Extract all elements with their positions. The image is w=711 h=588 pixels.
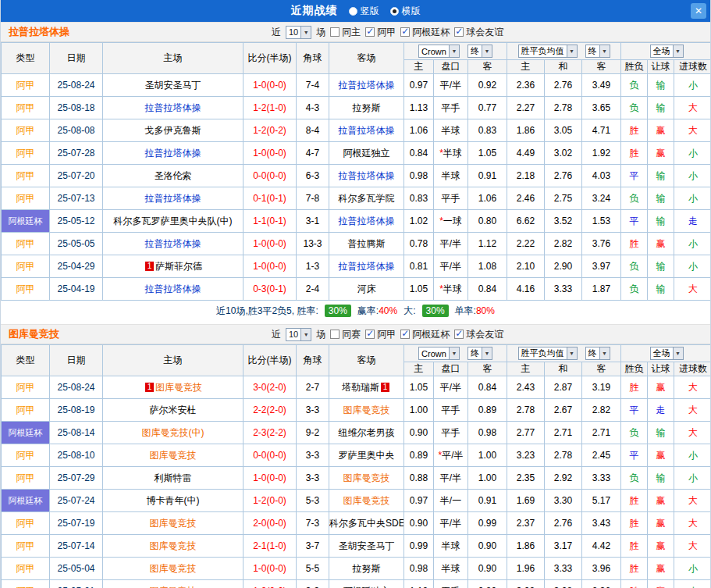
match-row: 阿甲25-05-05拉普拉塔体操1-0(0-0)13-3普拉腾斯0.78平/半1… [2, 233, 711, 255]
layout-radio-vertical[interactable]: 竖版 [349, 5, 379, 18]
score-cell: 2-2(2-0) [244, 399, 297, 422]
away-team-name: 拉普拉塔体操 [339, 216, 395, 226]
rank-badge: 1 [145, 262, 154, 271]
water-away-cell: 0.91 [468, 490, 507, 512]
checkbox-icon [365, 330, 375, 339]
match-count-select[interactable]: 10 ▼ [286, 26, 311, 39]
checkbox-label: 阿甲 [377, 328, 396, 341]
result-handicap-cell: 输 [648, 278, 674, 301]
sub-mean-away-header: 客 [582, 362, 621, 376]
league-cell: 阿根廷杯 [2, 210, 50, 233]
odds-group-header: Crown▼ 终▼ [404, 345, 507, 362]
sub-mean-draw-header: 和 [545, 362, 582, 376]
date-cell: 25-04-19 [50, 278, 103, 301]
filter-near-label: 近 [272, 26, 281, 39]
filter-bar: 近 10 ▼ 场 同赛 阿甲 阿根廷杯 [272, 328, 503, 341]
corners-cell: 9-2 [297, 422, 329, 444]
mean-group-header: 胜平负均值▼ 终▼ [507, 43, 621, 60]
mean-draw-cell: 3.52 [545, 210, 582, 233]
sub-mean-away-header: 客 [582, 60, 621, 74]
result-handicap-cell: 走 [648, 399, 674, 422]
corners-cell: 7-4 [297, 74, 329, 97]
date-cell: 25-08-24 [50, 74, 103, 97]
mean-away-cell: 4.42 [582, 535, 621, 558]
close-button[interactable]: ✕ [691, 3, 706, 19]
home-team-cell: 拉普拉塔体操 [103, 142, 244, 165]
sub-away-water-header: 客 [468, 362, 507, 376]
score-cell: 1-2(0-2) [244, 119, 297, 142]
result-handicap-cell: 输 [648, 255, 674, 278]
section-team2: 图库曼竞技 近 10 ▼ 场 同赛 阿甲 阿根廷杯 [1, 324, 710, 588]
bookmaker-select[interactable]: Crown▼ [418, 45, 460, 58]
sub-goals-header: 进球数 [674, 362, 711, 376]
water-home-cell: 0.78 [404, 233, 434, 255]
handicap-cell: 半球 [434, 165, 468, 187]
away-team-cell: 罗萨里奥中央 [329, 444, 404, 467]
handicap-cell: 平/半 [434, 74, 468, 97]
fulltime-select[interactable]: 全场▼ [650, 347, 684, 360]
mean-final-select[interactable]: 终▼ [585, 45, 610, 58]
mean-draw-cell: 2.67 [545, 399, 582, 422]
dropdown-arrow-icon: ▼ [673, 45, 683, 57]
water-home-cell: 0.83 [404, 187, 434, 210]
sub-mean-draw-header: 和 [545, 60, 582, 74]
handicap-cell: *平/半 [434, 444, 468, 467]
filter-cup-checkbox[interactable]: 阿根廷杯 [400, 26, 450, 39]
col-corner-header: 角球 [297, 345, 329, 376]
mean-away-cell: 3.43 [582, 512, 621, 535]
filter-league-checkbox[interactable]: 阿甲 [365, 26, 396, 39]
section-header-bar: 图库曼竞技 近 10 ▼ 场 同赛 阿甲 阿根廷杯 [1, 324, 710, 344]
match-count-select[interactable]: 10 ▼ [286, 328, 311, 341]
filter-friendly-checkbox[interactable]: 球会友谊 [454, 328, 503, 341]
rank-badge: 1 [381, 383, 389, 392]
sub-handicap-result-header: 让球 [648, 60, 674, 74]
fulltime-select[interactable]: 全场▼ [650, 45, 684, 58]
filter-league-checkbox[interactable]: 阿甲 [365, 328, 396, 341]
single-rate-value: 80% [476, 305, 495, 316]
filter-friendly-checkbox[interactable]: 球会友谊 [454, 26, 503, 39]
filter-same-venue-checkbox[interactable]: 同主 [330, 26, 361, 39]
bookmaker-select[interactable]: Crown▼ [418, 347, 460, 360]
league-cell: 阿甲 [2, 278, 50, 301]
result-handicap-cell: 输 [648, 187, 674, 210]
sub-handicap-header: 盘口 [434, 362, 468, 376]
col-home-header: 主场 [103, 345, 244, 376]
away-team-name: 阿根廷独立 [343, 586, 390, 588]
result-wdl-cell: 负 [621, 467, 648, 490]
odds-final-select[interactable]: 终▼ [467, 45, 492, 58]
water-away-cell: 0.77 [468, 97, 507, 119]
date-cell: 25-08-08 [50, 119, 103, 142]
mean-home-cell: 2.46 [507, 187, 545, 210]
home-team-cell: 圣胡安圣马丁 [103, 74, 244, 97]
radio-icon [390, 7, 399, 16]
mean-odds-select[interactable]: 胜平负均值▼ [518, 45, 578, 58]
date-cell: 25-07-24 [50, 490, 103, 512]
mean-away-cell: 1.87 [582, 278, 621, 301]
rank-badge: 1 [145, 383, 154, 392]
handicap-cell: 平/半 [434, 255, 468, 278]
away-team-name: 河床 [357, 283, 376, 294]
mean-away-cell: 1.92 [582, 142, 621, 165]
odds-final-select[interactable]: 终▼ [467, 347, 492, 360]
away-team-name: 图库曼竞技 [343, 472, 390, 483]
filter-same-competition-checkbox[interactable]: 同赛 [330, 328, 361, 341]
home-team-name: 萨尔米安杜 [150, 404, 197, 415]
water-home-cell: 0.98 [404, 165, 434, 187]
summary-bar: 近10场,胜3平2负5, 胜率: 30% 赢率: 40% 大: 30% 单率: … [1, 301, 710, 321]
layout-radio-horizontal[interactable]: 横版 [390, 5, 421, 18]
handicap-rate-value: 40% [379, 305, 397, 316]
handicap-cell: *一球 [434, 210, 468, 233]
corners-cell: 4-3 [297, 97, 329, 119]
home-team-cell: 博卡青年(中) [103, 490, 244, 512]
handicap-cell: 平手 [434, 422, 468, 444]
water-home-cell: 0.89 [404, 444, 434, 467]
mean-away-cell: 3.97 [582, 255, 621, 278]
col-type-header: 类型 [2, 43, 50, 74]
mean-odds-select[interactable]: 胜平负均值▼ [518, 347, 578, 360]
matches-table: 类型 日期 主场 比分(半场) 角球 客场 Crown▼ 终▼ 胜平负均 [1, 344, 711, 588]
away-team-cell: 拉努斯 [329, 97, 404, 119]
match-row: 阿甲25-08-241图库曼竞技3-0(2-0)2-7塔勒瑞斯11.05平/半0… [2, 376, 711, 399]
mean-final-select[interactable]: 终▼ [585, 347, 610, 360]
water-home-cell: 0.98 [404, 558, 434, 580]
filter-cup-checkbox[interactable]: 阿根廷杯 [400, 328, 450, 341]
